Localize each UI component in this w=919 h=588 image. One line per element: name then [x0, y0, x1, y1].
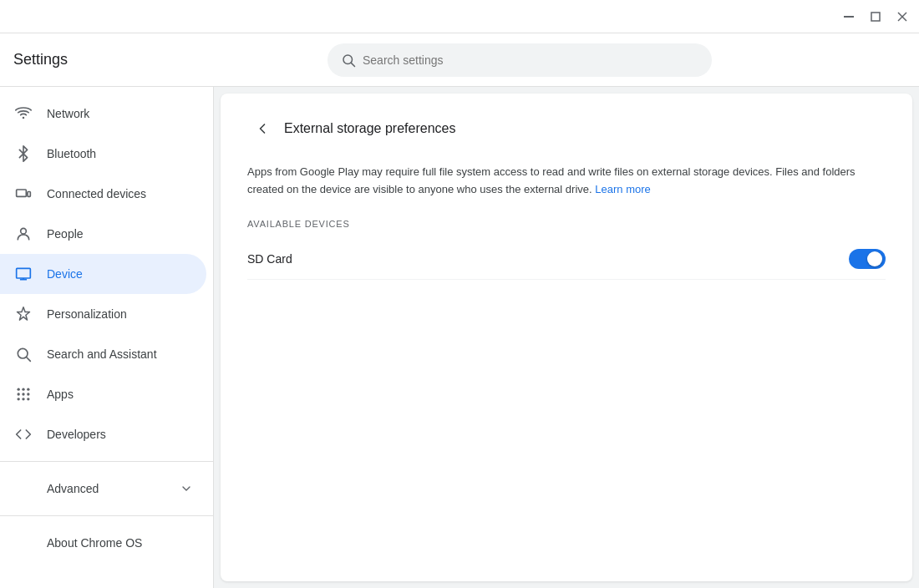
description-text: Apps from Google Play may require full f…	[247, 164, 886, 199]
svg-line-15	[27, 357, 31, 362]
sidebar-label-people: People	[47, 227, 84, 241]
device-row: SD Card	[247, 239, 886, 280]
sidebar-item-about[interactable]: About Chrome OS	[0, 523, 206, 563]
search-icon	[341, 53, 356, 68]
window-controls	[839, 7, 912, 27]
advanced-icon	[13, 479, 33, 499]
search-input[interactable]	[363, 53, 698, 67]
svg-point-22	[18, 398, 20, 400]
sidebar-label-apps: Apps	[47, 388, 74, 401]
advanced-left: Advanced	[13, 479, 99, 499]
svg-rect-0	[844, 16, 854, 18]
back-button[interactable]	[247, 114, 277, 144]
sidebar-item-advanced[interactable]: Advanced	[0, 469, 206, 509]
sidebar-label-search-assistant: Search and Assistant	[47, 347, 157, 361]
toggle-slider	[849, 249, 886, 269]
sidebar-label-device: Device	[47, 267, 83, 281]
header: Settings	[0, 33, 919, 87]
svg-rect-11	[17, 268, 31, 278]
content-header: External storage preferences	[247, 114, 886, 144]
section-label: Available devices	[247, 219, 886, 229]
svg-point-18	[27, 388, 29, 391]
svg-point-20	[22, 393, 24, 395]
sidebar-label-personalization: Personalization	[47, 307, 127, 321]
close-button[interactable]	[892, 7, 912, 27]
svg-point-17	[22, 388, 24, 391]
svg-point-16	[18, 388, 20, 391]
maximize-button[interactable]	[866, 7, 886, 27]
sidebar: Network Bluetooth Connected devices	[0, 87, 214, 588]
sidebar-item-bluetooth[interactable]: Bluetooth	[0, 134, 206, 174]
about-icon	[13, 533, 33, 553]
sidebar-label-connected-devices: Connected devices	[47, 187, 146, 200]
wifi-icon	[13, 104, 33, 124]
device-name: SD Card	[247, 252, 292, 266]
connected-devices-icon	[13, 184, 33, 204]
apps-icon	[13, 384, 33, 404]
sidebar-label-network: Network	[47, 107, 89, 120]
developers-icon	[13, 424, 33, 444]
sidebar-item-people[interactable]: People	[0, 214, 206, 254]
svg-point-23	[22, 398, 24, 400]
svg-point-21	[27, 393, 29, 395]
svg-rect-1	[871, 13, 880, 21]
sidebar-item-device[interactable]: Device	[0, 254, 206, 294]
svg-point-6	[23, 117, 25, 119]
sidebar-label-advanced: Advanced	[47, 482, 99, 495]
person-icon	[13, 224, 33, 244]
search-bar[interactable]	[327, 43, 712, 77]
minimize-button[interactable]	[839, 7, 859, 27]
device-icon	[13, 264, 33, 284]
sidebar-label-bluetooth: Bluetooth	[47, 147, 96, 160]
sidebar-item-developers[interactable]: Developers	[0, 414, 206, 454]
svg-point-19	[18, 393, 20, 395]
svg-point-10	[21, 228, 27, 234]
chevron-down-icon	[180, 482, 193, 495]
personalization-icon	[13, 304, 33, 324]
titlebar	[0, 0, 919, 33]
app-title: Settings	[13, 51, 114, 68]
sidebar-item-search-assistant[interactable]: Search and Assistant	[0, 334, 206, 374]
search-assistant-icon	[13, 344, 33, 364]
sidebar-item-personalization[interactable]: Personalization	[0, 294, 206, 334]
svg-rect-7	[17, 190, 27, 196]
sidebar-divider-2	[0, 515, 213, 516]
sd-card-toggle[interactable]	[849, 249, 886, 269]
svg-rect-8	[28, 192, 30, 197]
svg-point-24	[27, 398, 29, 400]
learn-more-link[interactable]: Learn more	[595, 183, 650, 195]
sidebar-label-about: About Chrome OS	[47, 536, 142, 550]
sidebar-item-network[interactable]: Network	[0, 94, 206, 134]
page-title: External storage preferences	[284, 121, 455, 136]
main-layout: Network Bluetooth Connected devices	[0, 87, 919, 588]
content-area: External storage preferences Apps from G…	[221, 94, 912, 581]
sidebar-item-connected-devices[interactable]: Connected devices	[0, 174, 206, 214]
sidebar-label-developers: Developers	[47, 428, 106, 441]
svg-line-5	[351, 63, 354, 66]
sidebar-divider	[0, 461, 213, 462]
bluetooth-icon	[13, 144, 33, 164]
sidebar-item-apps[interactable]: Apps	[0, 374, 206, 414]
